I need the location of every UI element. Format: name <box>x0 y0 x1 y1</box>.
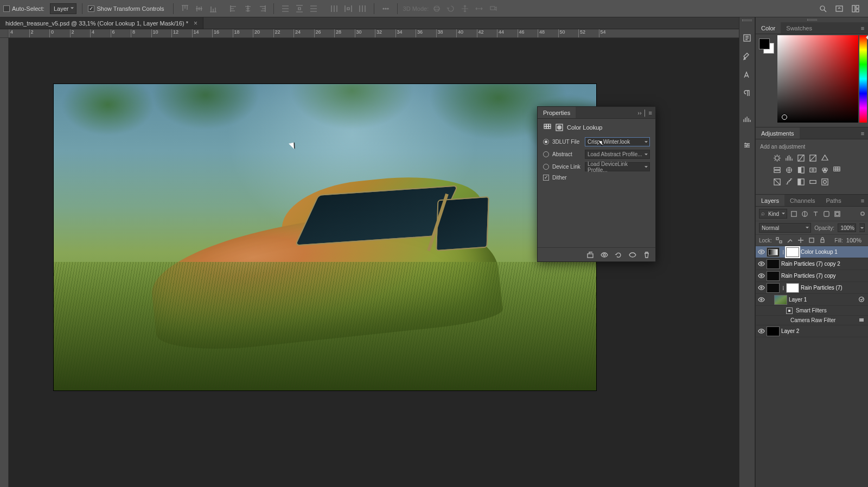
auto-select-checkbox[interactable]: Auto-Select: <box>3 5 44 12</box>
align-bottom-edges-icon[interactable] <box>207 3 219 15</box>
toggle-visibility-icon[interactable] <box>628 251 637 259</box>
layer-name[interactable]: Rain Particles (7) copy <box>781 273 836 279</box>
foreground-background-swatches[interactable] <box>759 39 774 54</box>
mask-link-icon[interactable]: ⁞ <box>781 250 786 254</box>
photo-filter-icon[interactable] <box>808 165 818 175</box>
distribute-top-icon[interactable] <box>279 3 291 15</box>
tab-channels[interactable]: Channels <box>784 195 820 206</box>
exposure-icon[interactable] <box>808 153 818 163</box>
delete-adjustment-icon[interactable] <box>642 251 651 259</box>
search-icon[interactable] <box>817 3 829 15</box>
visibility-toggle[interactable] <box>756 328 767 335</box>
visibility-toggle[interactable] <box>756 284 767 291</box>
device-link-radio[interactable] <box>543 164 549 170</box>
share-icon[interactable] <box>833 3 845 15</box>
filter-smartobject-icon[interactable] <box>833 209 841 218</box>
properties-panel[interactable]: Properties ›› │ ≡ Color Lookup 3DLUT Fil… <box>537 106 656 262</box>
brush-settings-icon[interactable] <box>741 50 753 62</box>
layer-name[interactable]: Layer 1 <box>789 297 807 303</box>
3dlut-radio[interactable] <box>543 139 549 145</box>
layer-name[interactable]: Layer 2 <box>781 328 799 334</box>
show-transform-checkbox[interactable]: Show Transform Controls <box>88 5 164 12</box>
tab-properties[interactable]: Properties <box>538 107 576 118</box>
layer-row[interactable]: Rain Particles (7) copy 2 <box>756 258 868 270</box>
clip-to-layer-icon[interactable] <box>586 251 595 259</box>
layer-thumbnail[interactable] <box>767 271 780 281</box>
tab-adjustments[interactable]: Adjustments <box>756 127 800 139</box>
abstract-radio[interactable] <box>543 151 549 157</box>
workspace-switcher-icon[interactable] <box>850 3 861 15</box>
smart-filter-item[interactable]: Camera Raw Filter <box>756 316 868 325</box>
layer-thumbnail[interactable] <box>767 326 780 336</box>
filter-toggle[interactable] <box>860 212 865 216</box>
layer-name[interactable]: Rain Particles (7) <box>801 285 843 291</box>
align-horizontal-centers-icon[interactable] <box>242 3 254 15</box>
lock-pixels-icon[interactable] <box>786 236 794 244</box>
levels-icon[interactable] <box>784 153 794 163</box>
horizontal-ruler[interactable]: 4202468101214161820222426283032343638404… <box>9 29 755 38</box>
lock-transparency-icon[interactable] <box>775 236 783 244</box>
more-align-icon[interactable] <box>380 3 392 15</box>
layer-name[interactable]: Rain Particles (7) copy 2 <box>781 261 840 267</box>
view-previous-state-icon[interactable] <box>600 251 609 259</box>
filter-adjustment-icon[interactable] <box>800 209 809 218</box>
brightness-contrast-icon[interactable] <box>772 153 782 163</box>
visibility-toggle[interactable] <box>756 248 767 255</box>
layer-row[interactable]: Layer 2 <box>756 325 868 337</box>
gradient-map-icon[interactable] <box>808 177 818 187</box>
layer-row[interactable]: Layer 1 <box>756 294 868 306</box>
align-left-edges-icon[interactable] <box>228 3 240 15</box>
foreground-color-swatch[interactable] <box>759 39 770 49</box>
layer-row[interactable]: ⁞ Rain Particles (7) <box>756 282 868 294</box>
opacity-value[interactable]: 100% <box>838 223 856 232</box>
auto-select-target-dropdown[interactable]: Layer <box>50 3 77 14</box>
histogram-panel-icon[interactable] <box>741 113 753 125</box>
panel-menu-icon[interactable]: ≡ <box>857 22 868 34</box>
filter-blending-options-icon[interactable] <box>858 317 865 324</box>
canvas-viewport[interactable] <box>9 38 755 487</box>
reset-icon[interactable] <box>614 251 623 259</box>
character-panel-icon[interactable] <box>741 69 753 81</box>
history-panel-icon[interactable] <box>741 32 753 44</box>
mask-link-icon[interactable]: ⁞ <box>781 286 786 290</box>
distribute-right-icon[interactable] <box>356 3 368 15</box>
channel-mixer-icon[interactable] <box>820 165 829 175</box>
document-tab[interactable]: hidden_treasure_v5.psd @ 33,1% (Color Lo… <box>0 17 203 29</box>
color-balance-icon[interactable] <box>784 165 794 175</box>
color-field[interactable] <box>777 35 858 123</box>
layer-mask-icon[interactable] <box>555 123 564 132</box>
tab-color[interactable]: Color <box>756 22 781 34</box>
document-canvas[interactable] <box>54 84 596 390</box>
abstract-profile-dropdown[interactable]: Load Abstract Profile... <box>585 150 650 159</box>
fill-value[interactable]: 100% <box>846 237 861 244</box>
layer-mask-thumbnail[interactable] <box>786 283 799 293</box>
align-vertical-centers-icon[interactable] <box>193 3 205 15</box>
panel-grip[interactable] <box>742 20 752 21</box>
layer-thumbnail[interactable] <box>767 247 780 257</box>
filter-kind-dropdown[interactable]: Kind <box>759 209 787 219</box>
visibility-toggle[interactable] <box>756 272 767 279</box>
threshold-icon[interactable] <box>796 177 806 187</box>
vertical-ruler[interactable] <box>0 38 9 487</box>
invert-icon[interactable] <box>772 177 782 187</box>
blend-mode-dropdown[interactable]: Normal <box>759 223 811 233</box>
filter-pixel-icon[interactable] <box>789 209 798 218</box>
layer-thumbnail[interactable] <box>774 295 787 305</box>
layer-thumbnail[interactable] <box>767 259 780 269</box>
close-tab-icon[interactable]: × <box>194 20 197 27</box>
dither-checkbox[interactable] <box>543 175 549 181</box>
lock-artboard-icon[interactable] <box>808 236 815 244</box>
selective-color-icon[interactable] <box>820 177 829 187</box>
posterize-icon[interactable] <box>784 177 794 187</box>
layer-name[interactable]: Color Lookup 1 <box>801 249 838 255</box>
filter-shape-icon[interactable] <box>822 209 831 218</box>
curves-icon[interactable] <box>796 153 806 163</box>
align-top-edges-icon[interactable] <box>179 3 191 15</box>
panel-menu-icon[interactable]: ≡ <box>857 195 868 206</box>
distribute-vertical-icon[interactable] <box>293 3 305 15</box>
hue-saturation-icon[interactable] <box>772 165 782 175</box>
tab-swatches[interactable]: Swatches <box>781 22 818 34</box>
black-white-icon[interactable] <box>796 165 806 175</box>
layer-row[interactable]: ⁞ Color Lookup 1 <box>756 246 868 258</box>
layer-row[interactable]: Rain Particles (7) copy <box>756 270 868 282</box>
